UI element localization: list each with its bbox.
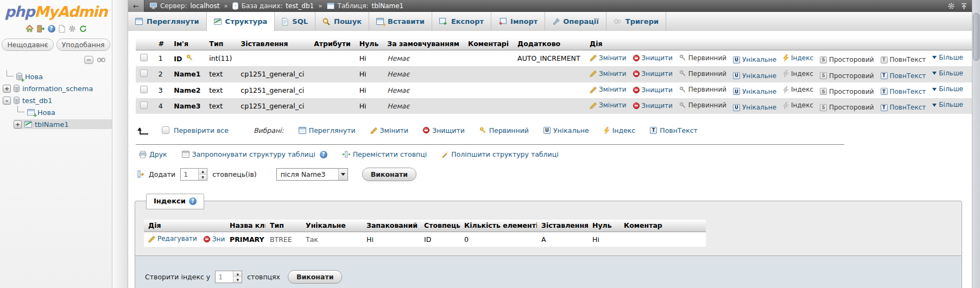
action-fulltext[interactable]: ПовнТекст: [890, 104, 926, 111]
action-primary[interactable]: Первинний: [688, 101, 726, 109]
tree-item-label[interactable]: tblName1: [35, 120, 69, 129]
action-more[interactable]: Більше: [939, 101, 963, 108]
tree-item-label[interactable]: Нова: [25, 73, 43, 81]
breadcrumb-db-link[interactable]: test_db1: [286, 2, 314, 10]
panel-resize-gutter[interactable]: [112, 0, 128, 288]
create-index-go-button[interactable]: Виконати: [288, 270, 342, 284]
add-column-position-select[interactable]: після Name3: [276, 168, 348, 181]
reload-icon[interactable]: [79, 25, 87, 33]
selected-browse[interactable]: Переглянути: [309, 126, 356, 135]
stepper-down-icon[interactable]: [233, 277, 242, 283]
collapse-icon[interactable]: -: [3, 97, 11, 105]
selected-change[interactable]: Змінити: [380, 126, 409, 135]
documentation-icon[interactable]: [59, 25, 65, 33]
action-spatial[interactable]: Просторовий: [829, 72, 874, 80]
check-all-label[interactable]: Перевірити все: [174, 126, 229, 135]
breadcrumb-server-link[interactable]: localhost: [191, 2, 220, 10]
action-fulltext[interactable]: ПовнТекст: [890, 72, 926, 80]
help-icon[interactable]: [48, 25, 55, 33]
tab-export[interactable]: Експорт: [432, 12, 491, 31]
home-icon[interactable]: [26, 25, 34, 33]
tab-operations[interactable]: Операції: [545, 12, 606, 31]
add-column-go-button[interactable]: Виконати: [362, 168, 416, 181]
tree-item-new-database[interactable]: Нова: [3, 72, 112, 81]
action-unique[interactable]: Унікальне: [742, 104, 776, 111]
logout-icon[interactable]: [37, 25, 45, 33]
phpmyadmin-logo[interactable]: phpMyAdmin: [0, 0, 112, 20]
action-more[interactable]: Більше: [939, 54, 963, 61]
action-spatial[interactable]: Просторовий: [829, 104, 874, 111]
tree-item-tblname1[interactable]: + tblName1: [14, 119, 112, 129]
back-button[interactable]: [128, 0, 144, 12]
action-primary[interactable]: Первинний: [688, 70, 726, 78]
action-spatial[interactable]: Просторовий: [829, 56, 874, 63]
stepper-up-icon[interactable]: [233, 271, 242, 277]
action-unique[interactable]: Унікальне: [742, 56, 776, 63]
action-more[interactable]: Більше: [939, 85, 963, 93]
recent-tables-button[interactable]: Нещодавнє: [2, 39, 53, 51]
stepper-up-icon[interactable]: [199, 169, 207, 175]
favorite-tables-button[interactable]: Уподобання: [56, 39, 110, 51]
propose-structure-link[interactable]: Запропонувати структуру таблиці: [192, 150, 315, 158]
action-index[interactable]: Індекс: [791, 101, 813, 109]
tab-structure[interactable]: Структура: [207, 12, 275, 31]
action-drop[interactable]: Знищити: [642, 86, 673, 94]
tree-item-information-schema[interactable]: + information_schema: [3, 84, 112, 93]
tab-import[interactable]: Імпорт: [491, 12, 545, 31]
action-index[interactable]: Індекс: [791, 70, 813, 78]
settings-icon[interactable]: [68, 25, 76, 33]
add-column-count-input[interactable]: [181, 169, 198, 180]
action-more[interactable]: Більше: [939, 69, 963, 77]
collapse-all-button[interactable]: [84, 56, 93, 64]
action-unique[interactable]: Унікальне: [742, 72, 776, 80]
selected-index[interactable]: Індекс: [612, 126, 636, 135]
selected-drop[interactable]: Знищити: [432, 126, 465, 135]
tree-item-new-table[interactable]: Нова: [14, 107, 112, 117]
action-index[interactable]: Індекс: [791, 54, 813, 62]
vertical-scrollbar[interactable]: [972, 0, 980, 288]
action-primary[interactable]: Первинний: [688, 54, 726, 62]
action-primary[interactable]: Первинний: [688, 86, 726, 93]
scrollbar-thumb[interactable]: [973, 13, 979, 61]
selected-unique[interactable]: Унікальне: [553, 126, 589, 135]
tab-sql[interactable]: SQL: [275, 12, 315, 31]
help-icon[interactable]: [189, 197, 197, 205]
row-checkbox[interactable]: [140, 54, 148, 61]
tab-search[interactable]: Пошук: [315, 12, 369, 31]
selected-primary[interactable]: Первинний: [489, 126, 529, 135]
tab-insert[interactable]: Вставити: [369, 12, 432, 31]
tree-item-test-db1[interactable]: - test_db1: [3, 95, 112, 105]
page-settings-icon[interactable]: [947, 2, 955, 10]
expand-icon[interactable]: +: [14, 120, 22, 129]
action-fulltext[interactable]: ПовнТекст: [890, 88, 926, 95]
index-drop-link[interactable]: Знищити: [212, 235, 225, 243]
tree-item-label[interactable]: Нова: [37, 108, 55, 117]
index-edit-link[interactable]: Редагувати: [157, 235, 197, 242]
action-drop[interactable]: Знищити: [642, 102, 673, 110]
selected-fulltext[interactable]: ПовнТекст: [660, 126, 698, 135]
action-drop[interactable]: Знищити: [642, 54, 673, 62]
scroll-to-top-icon[interactable]: [960, 3, 968, 10]
tab-triggers[interactable]: Тригери: [606, 12, 666, 31]
action-fulltext[interactable]: ПовнТекст: [890, 56, 926, 63]
action-change[interactable]: Змінити: [599, 101, 627, 109]
tree-item-label[interactable]: information_schema: [22, 85, 93, 93]
row-checkbox[interactable]: [140, 86, 148, 93]
action-spatial[interactable]: Просторовий: [829, 88, 874, 95]
row-checkbox[interactable]: [140, 101, 148, 109]
action-unique[interactable]: Унікальне: [742, 88, 776, 95]
row-checkbox[interactable]: [140, 69, 148, 77]
move-columns-link[interactable]: Перемістити стовпці: [353, 150, 427, 158]
action-change[interactable]: Змінити: [599, 70, 627, 78]
tab-browse[interactable]: Переглянути: [128, 12, 207, 31]
improve-structure-link[interactable]: Поліпшити структуру таблиці: [451, 150, 558, 158]
stepper-down-icon[interactable]: [199, 175, 207, 180]
action-change[interactable]: Змінити: [599, 86, 627, 93]
help-icon[interactable]: [320, 151, 327, 158]
check-all-checkbox[interactable]: [162, 126, 169, 134]
action-index[interactable]: Індекс: [791, 86, 813, 93]
link-with-main-icon[interactable]: [97, 57, 105, 62]
breadcrumb-table-link[interactable]: tblName1: [372, 2, 404, 10]
action-change[interactable]: Змінити: [599, 54, 627, 62]
print-link[interactable]: Друк: [149, 150, 167, 158]
